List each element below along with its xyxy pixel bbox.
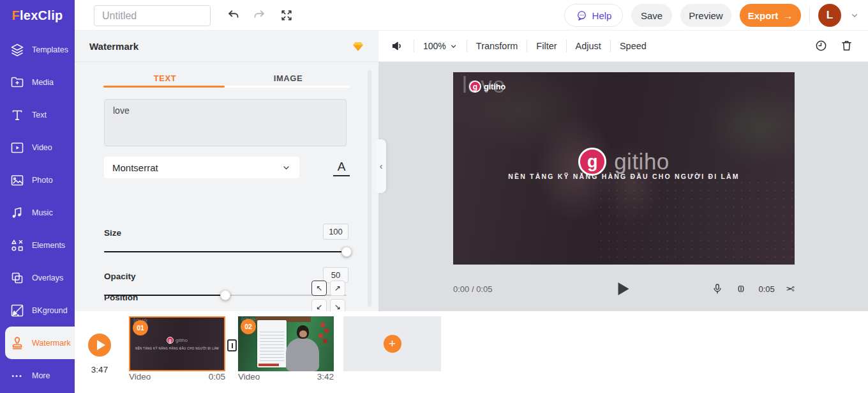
flexclip-editor: FlexClip Help Save Preview [0, 0, 868, 393]
sidebar-item-video[interactable]: Video [0, 131, 75, 164]
timeline-clip-1[interactable]: love g gitiho NỀN TẢNG KỸ NĂNG HÀNG ĐẦU … [129, 316, 225, 371]
toolbar-divider [414, 40, 414, 52]
flexclip-logo: FlexClip [0, 0, 75, 31]
sidebar-item-media[interactable]: Media [0, 66, 75, 98]
premium-gem-icon[interactable] [352, 40, 364, 53]
preview-button[interactable]: Preview [680, 4, 731, 27]
microphone-icon[interactable] [711, 282, 724, 295]
avatar[interactable]: L [818, 4, 841, 27]
size-slider-thumb[interactable] [341, 247, 352, 257]
timeline-clip-2[interactable]: love 02 [238, 316, 334, 371]
export-button[interactable]: Export → [740, 4, 801, 27]
font-family-value: Montserrat [112, 162, 281, 173]
watermark-text-input[interactable]: love [104, 99, 347, 146]
filter-menu-item[interactable]: Filter [536, 41, 557, 51]
transition-button[interactable] [227, 339, 237, 351]
clip-2-screenshot [257, 320, 287, 367]
watermark-tabs: TEXT IMAGE [103, 62, 350, 94]
split-clip-icon[interactable] [735, 282, 747, 295]
panel-title: Watermark [89, 41, 138, 52]
adjust-menu-item[interactable]: Adjust [576, 41, 601, 51]
save-label: Save [641, 10, 662, 21]
undo-icon[interactable] [227, 8, 241, 22]
size-slider[interactable] [104, 247, 347, 257]
position-grid: ↖ ↗ ↙ ↘ [311, 281, 345, 311]
clip-1-badge: 01 [133, 320, 148, 335]
position-top-right-button[interactable]: ↗ [330, 281, 345, 296]
position-bottom-left-button[interactable]: ↙ [311, 299, 327, 311]
tab-text[interactable]: TEXT [103, 62, 227, 94]
preview-label: Preview [689, 10, 722, 21]
sidebar-item-watermark[interactable]: Watermark [5, 327, 75, 359]
project-title-input[interactable] [94, 5, 211, 26]
speed-menu-item[interactable]: Speed [620, 41, 647, 51]
size-label: Size [104, 228, 121, 238]
help-button[interactable]: Help [564, 4, 623, 27]
sidebar-item-elements[interactable]: Elements [0, 229, 75, 261]
playback-controls: 0:00 / 0:05 0:05 ✂ [378, 281, 868, 297]
account-chevron-down-icon[interactable] [849, 10, 860, 20]
add-clip-area[interactable]: + [343, 316, 441, 371]
sidebar-label: Elements [32, 241, 65, 250]
sidebar-item-bkground[interactable]: BKground [0, 294, 75, 327]
position-bottom-right-button[interactable]: ↘ [330, 299, 345, 311]
video-canvas[interactable]: love g gitiho g gitiho NỀN TẢNG KỸ NĂNG … [453, 72, 795, 265]
playback-right-controls: 0:05 ✂ [711, 282, 795, 296]
trash-icon[interactable] [840, 39, 854, 53]
background-icon [10, 303, 25, 318]
sidebar-item-music[interactable]: Music [0, 196, 75, 229]
sidebar-label: More [32, 371, 50, 380]
arrow-right-icon: → [783, 10, 793, 21]
add-clip-button[interactable]: + [384, 335, 401, 353]
sidebar-label: Text [32, 111, 47, 119]
sidebar-item-photo[interactable]: Photo [0, 164, 75, 196]
collapse-chevron-icon: ‹ [380, 161, 383, 171]
clip-1-label-row: Video 0:05 [129, 372, 225, 381]
text-icon [10, 107, 25, 123]
clip-2-screenshot-bar [258, 364, 279, 366]
font-color-button[interactable]: A [333, 160, 350, 176]
save-button[interactable]: Save [631, 4, 672, 27]
panel-scrollbar[interactable] [368, 70, 371, 307]
volume-icon[interactable] [391, 39, 405, 53]
clip-2-person-face [299, 330, 307, 337]
tab-image[interactable]: IMAGE [227, 62, 350, 94]
sidebar-item-templates[interactable]: Templates [0, 33, 75, 66]
size-value-box[interactable]: 100 [323, 224, 348, 240]
toolbar-divider [566, 40, 567, 52]
gitiho-brand-text: gitiho [484, 82, 505, 91]
zoom-level-select[interactable]: 100% [423, 41, 458, 51]
inactive-tab-underline [225, 86, 350, 88]
position-top-left-button[interactable]: ↖ [311, 281, 327, 296]
transform-menu-item[interactable]: Transform [476, 41, 518, 51]
scissors-trim-icon[interactable]: ✂ [786, 282, 795, 296]
opacity-slider[interactable] [104, 290, 347, 300]
clip-duration-display: 0:05 [758, 284, 774, 294]
clip-2-duration: 3:42 [317, 372, 334, 381]
active-tab-underline [103, 86, 225, 88]
sidebar-item-overlays[interactable]: Overlays [0, 261, 75, 294]
chevron-down-icon [281, 163, 291, 173]
fullscreen-icon[interactable] [280, 8, 294, 22]
sidebar-label: Templates [32, 45, 68, 54]
avatar-initial: L [827, 9, 833, 22]
toolbar-divider [467, 40, 467, 52]
clip-2-person-body [286, 338, 319, 371]
font-family-select[interactable]: Montserrat [104, 157, 299, 178]
zoom-level-value: 100% [423, 41, 446, 51]
preview-toolbar: 100% Transform Filter Adjust Speed [378, 31, 868, 62]
sidebar-item-more[interactable]: ••• More [0, 359, 75, 392]
play-button[interactable] [618, 282, 629, 295]
opacity-slider-thumb[interactable] [220, 290, 230, 300]
collapse-panel-handle[interactable]: ‹ [376, 139, 386, 193]
timeline-play-button[interactable] [88, 334, 111, 357]
redo-icon[interactable] [251, 8, 266, 22]
playback-time-display: 0:00 / 0:05 [453, 284, 492, 294]
toolbar-divider [527, 40, 527, 52]
sidebar-item-text[interactable]: Text [0, 98, 75, 131]
clip-1-type-label: Video [129, 372, 151, 381]
history-clock-icon[interactable] [814, 39, 828, 53]
clip-1-duration: 0:05 [209, 372, 225, 381]
transition-bar-icon [232, 343, 233, 348]
help-label: Help [592, 10, 612, 21]
